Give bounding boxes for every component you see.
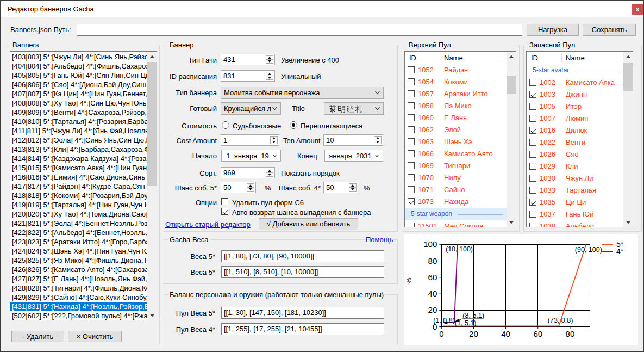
unchecked-checkbox[interactable] <box>529 175 536 182</box>
unchecked-checkbox[interactable] <box>408 126 415 133</box>
pool-row[interactable]: 1058Яэ Мико <box>405 100 507 112</box>
banner-list-item[interactable]: [421|821] 5*:[Эола] 4*:[Беннет,Ноэлль,Ро… <box>10 219 147 228</box>
banner-list-item[interactable]: [404|804] 5*:[Альбедо] 4*:[Фишль,Сахароз… <box>10 61 147 71</box>
unchecked-checkbox[interactable] <box>408 90 415 97</box>
pool-row[interactable]: 1066Камисато Аято <box>405 148 507 160</box>
cost-fate-radio[interactable] <box>222 121 229 129</box>
open-old-editor-link[interactable]: Открыть старый редактор <box>165 220 251 229</box>
scroll-up-icon[interactable] <box>623 52 633 61</box>
scroll-thumb[interactable] <box>507 76 516 94</box>
scroll-thumb[interactable] <box>623 63 633 91</box>
pool-row[interactable]: 1002Камисато Аяка <box>527 77 623 89</box>
unchecked-checkbox[interactable] <box>408 138 415 145</box>
cost-intertwined-radio[interactable] <box>290 121 297 129</box>
help-link[interactable]: Помощь <box>366 236 393 244</box>
banner-list-item[interactable]: [424|824] 5*:[Шэнь Хэ] 4*:[Нин Гуан,Чун … <box>10 246 147 256</box>
pool-weights4-input[interactable]: [[1, 255], [17, 255], [21, 10455]] <box>221 323 384 335</box>
pool-row[interactable]: 1029Кли <box>527 160 623 172</box>
unchecked-checkbox[interactable] <box>408 78 415 85</box>
unchecked-checkbox[interactable] <box>529 139 536 146</box>
end-date-picker[interactable]: января 2031 <box>324 150 383 162</box>
unchecked-checkbox[interactable] <box>529 151 536 158</box>
banner-list-item[interactable]: [428|828] 5*:[Тигнари] 4*:[Фишль,Диона,К… <box>10 283 147 293</box>
weights4-input[interactable]: [[1, 510], [8, 510], [10, 10000]] <box>221 266 384 278</box>
banner-list-item[interactable]: [410|810] 5*:[Тарталья] 4*:[Розария,Барб… <box>10 117 147 126</box>
pool-row[interactable]: 1071Сайно <box>405 184 507 196</box>
pool-row[interactable]: 1057Аратаки Итто <box>405 88 507 100</box>
schedule-id-input[interactable]: 831 <box>221 70 275 82</box>
banner-list-item[interactable]: [502|602] 5*:[???,Громовой пульс] 4*:[Рж… <box>10 311 147 320</box>
load-button[interactable]: Нагрузка <box>527 24 579 36</box>
unchecked-checkbox[interactable] <box>529 211 536 218</box>
begin-date-picker[interactable]: 1 января 19 <box>221 150 281 162</box>
pool-row[interactable]: 1073Нахида <box>405 196 507 208</box>
pool-row[interactable]: 1026Сяо <box>527 149 623 160</box>
fallback-pool-listview[interactable]: ID Name 5-star avatar1002Камисато Аяка10… <box>526 51 633 227</box>
checked-checkbox[interactable] <box>408 198 415 205</box>
unchecked-checkbox[interactable] <box>529 79 536 86</box>
banner-list-item[interactable]: [403|803] 5*:[Чжун Ли] 4*:[Синь Янь,Рэйз… <box>10 52 147 61</box>
spin-down-icon[interactable] <box>266 76 273 80</box>
pool-row[interactable]: 1005Итэр <box>527 101 623 113</box>
banner-list-item[interactable]: [407|807] 5*:[Кэ Цин] 4*:[Нин Гуан,Бенне… <box>10 89 147 98</box>
banner-list-item[interactable]: [427|827] 5*:[Е Лань] 4*:[Ноэлль,Янь Фэй… <box>10 274 147 283</box>
pool-row[interactable]: 1022Венти <box>527 137 623 149</box>
checked-checkbox[interactable] <box>529 91 536 98</box>
remove-pool-checkbox[interactable] <box>221 198 228 205</box>
pool-row[interactable]: 1007Люмин <box>527 113 623 125</box>
unchecked-checkbox[interactable] <box>529 115 536 122</box>
pool-row[interactable]: 1003Джинн <box>527 89 623 101</box>
banner-type-combo[interactable]: Молитва события персонажа <box>221 87 384 99</box>
pool-row[interactable]: 1037Гань Юй <box>527 208 623 220</box>
pool-weights5-input[interactable]: [[1, 30], [147, 150], [181, 10230]] <box>221 307 384 319</box>
clear-banners-button[interactable]: × Очистить <box>68 331 122 342</box>
save-button[interactable]: Сохранять <box>583 24 636 36</box>
unchecked-checkbox[interactable] <box>529 103 536 110</box>
banner-list-item[interactable]: [408|808] 5*:[Ху Тао] 4*:[Син Цю,Чун Юнь… <box>10 98 147 108</box>
spin-down-icon[interactable] <box>266 59 273 64</box>
pool-row[interactable]: 1062Элой <box>405 124 507 136</box>
pool-row[interactable]: 1070Нилу <box>405 172 507 184</box>
spin-down-icon[interactable] <box>270 140 278 144</box>
banner-list-item[interactable]: [420|820] 5*:[Ху Тао] 4*:[Тома,Диона,Саю… <box>10 209 147 219</box>
add-or-update-button[interactable]: √ Добавить или обновить <box>259 218 358 230</box>
banner-list-item[interactable]: [411|811] 5*:[Чжун Ли] 4*:[Янь Фэй,Ноэлл… <box>10 126 147 135</box>
checked-checkbox[interactable] <box>529 127 536 134</box>
prefab-combo[interactable]: Кружащийся л <box>221 102 281 115</box>
unchecked-checkbox[interactable] <box>529 187 536 194</box>
banner-list-item[interactable]: [413|813] 5*:[Кли] 4*:[Барбара,Сахароза,… <box>10 145 147 154</box>
unchecked-checkbox[interactable] <box>408 186 415 193</box>
banner-list-item[interactable]: [431|831] 5*:[Нахида] 4*:[Ноэлль,Рэйзор,… <box>10 302 147 311</box>
unchecked-checkbox[interactable] <box>408 174 415 181</box>
banner-list-item[interactable]: [426|826] 5*:[Камисато Аято] 4*:[Сахароз… <box>10 265 147 274</box>
unchecked-checkbox[interactable] <box>408 162 415 169</box>
banner-list-item[interactable]: [422|822] 5*:[Альбедо] 4*:[Беннет,Ноэлль… <box>10 228 147 237</box>
banner-list-item[interactable]: [405|805] 5*:[Гань Юй] 4*:[Сян Лин,Син Ц… <box>10 71 147 80</box>
gacha-type-input[interactable]: 431 <box>221 54 275 65</box>
auto-return-checkbox[interactable] <box>221 208 228 215</box>
pool-row[interactable]: 1033Тарталья <box>527 184 623 196</box>
ten-amount-input[interactable]: 10 <box>323 134 383 146</box>
pool-row[interactable]: 1069Тигнари <box>405 160 507 172</box>
upper-pool-listview[interactable]: ID Name 1052Райдэн1054Кокоми1057Аратаки … <box>404 51 516 227</box>
pool-row[interactable]: 1035Ци Ци <box>527 196 623 208</box>
path-input[interactable] <box>77 24 522 36</box>
pool-row[interactable]: 1060Е Лань <box>405 112 507 124</box>
unchecked-checkbox[interactable] <box>408 150 415 157</box>
delete-banner-button[interactable]: - Удалить <box>11 331 64 342</box>
banner-list-item[interactable]: [416|816] 5*:[Ёимия] 4*:[Саю,Диона,Синь … <box>10 172 147 182</box>
checked-checkbox[interactable] <box>529 199 536 206</box>
spin-down-icon[interactable] <box>349 187 357 192</box>
banner-list-item[interactable]: [419|819] 5*:[Тарталья] 4*:[Нин Гуан,Чун… <box>10 200 147 209</box>
title-combo[interactable] <box>324 102 384 115</box>
banner-list-item[interactable]: [417|817] 5*:[Райдэн] 4*:[Кудзё Сара,Сян… <box>10 182 147 191</box>
banner-list-item[interactable]: [414|814] 5*:[Каэдэхара Кадзуха] 4*:[Роз… <box>10 154 147 163</box>
scroll-down-icon[interactable] <box>623 218 633 227</box>
banner-list-item[interactable]: [415|815] 5*:[Камисато Аяка] 4*:[Нин Гуа… <box>10 163 147 172</box>
spin-down-icon[interactable] <box>266 172 273 177</box>
pool-row[interactable]: 1052Райдэн <box>405 64 507 76</box>
pool-row[interactable]: 1030Чжун Ли <box>527 172 623 184</box>
weights5-input[interactable]: [[1, 80], [73, 80], [90, 10000]] <box>221 250 384 262</box>
pool-row[interactable]: 1016Дилюк <box>527 125 623 137</box>
scroll-up-icon[interactable] <box>507 52 516 61</box>
